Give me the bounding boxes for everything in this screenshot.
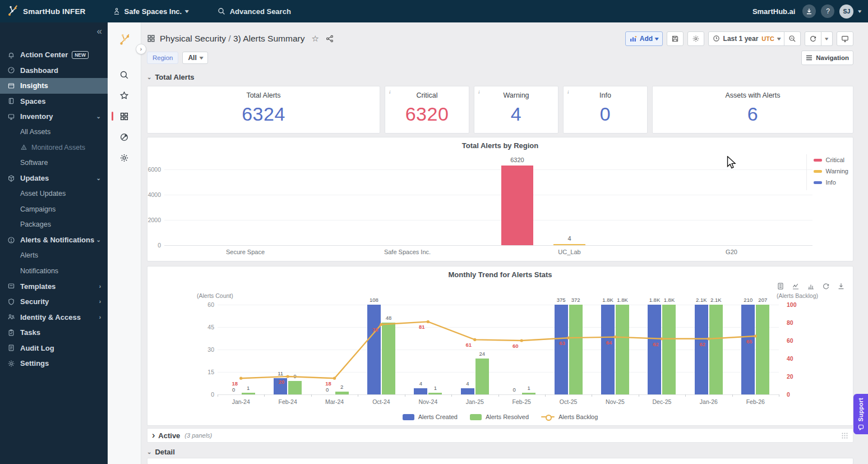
sidebar-item-alerts[interactable]: Alerts <box>0 248 108 264</box>
kpi-card-warning[interactable]: i Warning 4 <box>474 86 558 134</box>
sidebar-item-campaigns[interactable]: Campaigns <box>0 201 108 217</box>
info-icon: i <box>389 89 391 95</box>
chart-title: Monthly Trend for Alerts Stats <box>147 270 853 279</box>
zoom-out-button[interactable] <box>784 31 801 46</box>
warning-triangle-icon <box>20 144 28 151</box>
bar-critical[interactable] <box>501 166 533 245</box>
sidebar-item-spaces[interactable]: Spaces <box>0 94 108 109</box>
display-button[interactable] <box>837 31 853 46</box>
legend-item-alerts-resolved[interactable]: Alerts Resolved <box>470 414 529 420</box>
chevron-right-icon: › <box>152 430 155 440</box>
kpi-card-assets-with-alerts[interactable]: Assets with Alerts 6 <box>652 86 853 134</box>
kpi-card-critical[interactable]: i Critical 6320 <box>385 86 469 134</box>
legend-label: Warning <box>825 168 848 174</box>
legend-swatch <box>814 181 822 184</box>
favorite-star-icon[interactable]: ☆ <box>311 34 318 44</box>
chevron-right-icon: › <box>99 314 101 320</box>
sidebar-item-insights[interactable]: Insights <box>0 78 108 94</box>
drag-handle-icon[interactable] <box>841 432 848 439</box>
legend-item-info[interactable]: Info <box>814 179 848 186</box>
avatar-menu-chevron-icon[interactable]: ▾ <box>858 8 862 14</box>
sidebar-item-software[interactable]: Software <box>0 155 108 171</box>
legend-item-critical[interactable]: Critical <box>814 157 848 163</box>
document-icon <box>7 344 15 352</box>
sidebar-item-monitored-assets[interactable]: Monitored Assets <box>0 140 108 155</box>
gear-icon <box>7 359 15 367</box>
smarthub-logo-icon <box>7 5 18 17</box>
chart-toolbox <box>777 282 845 290</box>
backlog-line[interactable] <box>218 305 779 394</box>
cube-icon <box>7 174 15 182</box>
section-total-alerts[interactable]: ⌄ Total Alerts <box>147 73 853 81</box>
info-icon: i <box>567 89 569 95</box>
bar-chart-icon[interactable] <box>807 282 815 290</box>
kpi-value: 6324 <box>242 103 285 125</box>
save-button[interactable] <box>667 31 684 46</box>
insights-icon <box>7 81 15 90</box>
download-button[interactable] <box>802 4 816 18</box>
sidebar-item-inventory[interactable]: Inventory ⌄ <box>0 109 108 125</box>
kpi-card-total-alerts[interactable]: Total Alerts 6324 <box>147 86 380 134</box>
rail-favorites-icon[interactable] <box>115 86 134 105</box>
sidebar-item-security[interactable]: Security › <box>0 294 108 310</box>
legend-item-warning[interactable]: Warning <box>814 168 848 174</box>
sidebar-item-all-assets[interactable]: All Assets <box>0 125 108 140</box>
download-chart-icon[interactable] <box>837 282 845 290</box>
legend-item-alerts-created[interactable]: Alerts Created <box>403 414 458 420</box>
share-icon[interactable] <box>326 35 334 43</box>
org-selector[interactable]: Safe Spaces Inc. ▾ <box>113 7 188 16</box>
legend-swatch <box>470 414 482 420</box>
sidebar-item-audit-log[interactable]: Audit Log <box>0 341 108 356</box>
sidebar-item-templates[interactable]: Templates › <box>0 279 108 295</box>
rail-search-icon[interactable] <box>115 65 134 84</box>
advanced-search[interactable]: Advanced Search <box>218 7 291 16</box>
sidebar-item-identity-access[interactable]: Identity & Access › <box>0 310 108 325</box>
sidebar-item-asset-updates[interactable]: Asset Updates <box>0 186 108 202</box>
line-chart-icon[interactable] <box>792 282 800 290</box>
help-button[interactable]: ? <box>821 4 834 18</box>
sidebar-item-settings[interactable]: Settings <box>0 356 108 371</box>
support-tab[interactable]: Support <box>853 394 868 434</box>
region-filter-label[interactable]: Region <box>147 52 178 64</box>
legend-item-alerts-backlog[interactable]: Alerts Backlog <box>541 414 598 420</box>
rail-dashboards-icon[interactable] <box>115 107 134 126</box>
data-view-icon[interactable] <box>777 282 784 290</box>
timezone-label: UTC <box>761 35 774 42</box>
rail-settings-icon[interactable] <box>115 148 134 167</box>
identity-icon <box>7 313 15 321</box>
refresh-options-button[interactable]: ▾ <box>821 31 833 46</box>
section-active[interactable]: › Active (3 panels) <box>147 428 853 443</box>
x-axis-category: Feb-25 <box>499 398 544 405</box>
sidebar-item-dashboard[interactable]: Dashboard <box>0 63 108 79</box>
bar-warning[interactable] <box>553 244 585 246</box>
navigation-button[interactable]: Navigation <box>801 50 853 65</box>
sidebar-item-tasks[interactable]: Tasks <box>0 325 108 341</box>
time-range-button[interactable]: Last 1 year UTC ▾ <box>708 31 785 46</box>
brand[interactable]: SmartHub INFER <box>7 5 86 17</box>
x-axis-category: Jan-24 <box>219 398 264 405</box>
refresh-group: ▾ <box>805 31 833 46</box>
kpi-row: Total Alerts 6324 i Critical 6320 i Warn… <box>147 86 853 134</box>
sidebar-item-alerts-notifications[interactable]: Alerts & Notifications ⌄ <box>0 232 108 248</box>
sidebar-item-label: Templates <box>20 282 56 291</box>
add-button[interactable]: Add ▾ <box>625 31 663 46</box>
region-filter-value[interactable]: All ▾ <box>182 52 208 64</box>
chevron-down-icon: ▾ <box>825 36 829 42</box>
bar-value-label: 372 <box>564 297 588 303</box>
section-detail[interactable]: ⌄ Detail <box>147 448 853 456</box>
restore-icon[interactable] <box>822 282 830 290</box>
filter-row: Region All ▾ Navigation <box>147 50 853 65</box>
kpi-label: Total Alerts <box>246 91 280 99</box>
refresh-button[interactable] <box>805 31 821 46</box>
rail-expand-button[interactable]: › <box>136 44 146 54</box>
breadcrumb-workspace[interactable]: Physical Security <box>160 34 226 43</box>
settings-button[interactable] <box>687 31 704 46</box>
sidebar-item-notifications[interactable]: Notifications <box>0 263 108 279</box>
sidebar-item-action-center[interactable]: Action Center NEW <box>0 47 108 63</box>
rail-explore-icon[interactable] <box>115 127 134 146</box>
sidebar-item-packages[interactable]: Packages <box>0 217 108 233</box>
kpi-card-info[interactable]: i Info 0 <box>563 86 648 134</box>
avatar[interactable]: SJ <box>839 4 853 19</box>
sidebar-collapse-icon[interactable]: « <box>97 26 102 37</box>
sidebar-item-updates[interactable]: Updates ⌄ <box>0 171 108 186</box>
